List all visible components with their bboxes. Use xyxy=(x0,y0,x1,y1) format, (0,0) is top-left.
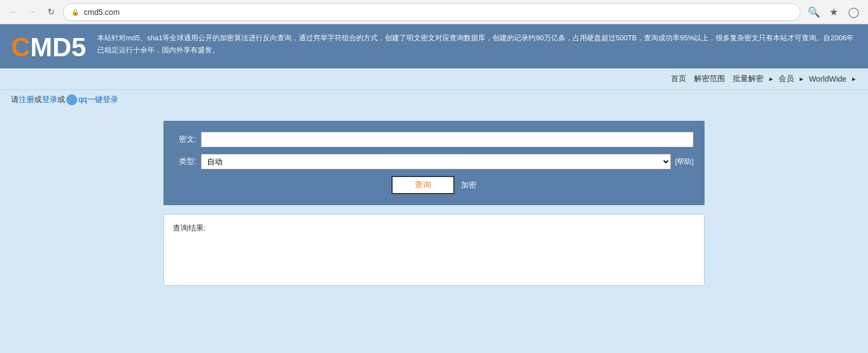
login-middle: 或 xyxy=(34,95,42,104)
type-select[interactable]: 自动 md5 sha1 sha256 sha512 mysql ntlm xyxy=(201,154,671,169)
reload-button[interactable]: ↻ xyxy=(44,6,57,19)
cipher-row: 密文: xyxy=(174,132,694,147)
cipher-label: 密文: xyxy=(174,135,197,145)
site-nav: 首页 解密范围 批量解密 ► 会员 ► WorldWide ► xyxy=(0,68,868,90)
logo-c: C xyxy=(11,34,30,61)
search-icon-btn[interactable]: 🔍 xyxy=(806,4,822,20)
result-panel: 查询结果: xyxy=(163,214,705,286)
forward-button[interactable]: → xyxy=(25,6,39,19)
qq-icon xyxy=(66,94,77,105)
profile-button[interactable]: ◯ xyxy=(846,4,861,20)
worldwide-arrow: ► xyxy=(851,76,857,82)
logo-rest: MD5 xyxy=(30,34,86,61)
type-select-wrap: 自动 md5 sha1 sha256 sha512 mysql ntlm [帮助… xyxy=(201,154,694,169)
member-arrow: ► xyxy=(798,76,805,82)
register-link[interactable]: 注册 xyxy=(19,95,34,104)
login-link[interactable]: 登录 xyxy=(42,95,57,104)
nav-member[interactable]: 会员 xyxy=(775,73,797,85)
nav-worldwide[interactable]: WorldWide xyxy=(806,73,850,84)
login-suffix: 或 xyxy=(57,95,65,104)
result-label: 查询结果: xyxy=(173,223,695,233)
help-link[interactable]: [帮助] xyxy=(675,157,694,167)
query-button[interactable]: 查询 xyxy=(391,176,454,194)
back-button[interactable]: ← xyxy=(7,6,20,19)
site-header: CMD5 本站针对md5、sha1等全球通用公开的加密算法进行反向查询，通过穷举… xyxy=(0,24,868,68)
cipher-input[interactable] xyxy=(201,132,694,147)
batch-decrypt-arrow: ► xyxy=(768,76,774,82)
address-bar: 🔒 xyxy=(63,3,801,21)
browser-actions: 🔍 ★ ◯ xyxy=(806,4,861,20)
login-bar: 请注册或登录或qq一键登录 xyxy=(0,90,868,110)
nav-batch-decrypt[interactable]: 批量解密 xyxy=(729,73,767,85)
main-container: 密文: 类型: 自动 md5 sha1 sha256 sha512 mysql … xyxy=(0,110,868,297)
qq-login-link[interactable]: qq一键登录 xyxy=(78,95,118,104)
type-row: 类型: 自动 md5 sha1 sha256 sha512 mysql ntlm… xyxy=(174,154,694,169)
bookmark-star-button[interactable]: ★ xyxy=(826,4,841,20)
url-input[interactable] xyxy=(84,8,792,17)
nav-decrypt-range[interactable]: 解密范围 xyxy=(691,73,728,85)
type-label: 类型: xyxy=(174,157,197,167)
page-content: CMD5 本站针对md5、sha1等全球通用公开的加密算法进行反向查询，通过穷举… xyxy=(0,24,868,353)
encrypt-button[interactable]: 加密 xyxy=(461,180,477,190)
search-panel: 密文: 类型: 自动 md5 sha1 sha256 sha512 mysql … xyxy=(163,121,705,205)
form-actions: 查询 加密 xyxy=(174,176,694,194)
site-description: 本站针对md5、sha1等全球通用公开的加密算法进行反向查询，通过穷举字符组合的… xyxy=(97,32,857,56)
lock-icon: 🔒 xyxy=(71,8,80,16)
browser-chrome: ← → ↻ 🔒 🔍 ★ ◯ xyxy=(0,0,868,24)
site-logo: CMD5 xyxy=(11,34,86,61)
nav-home[interactable]: 首页 xyxy=(668,73,690,85)
login-prefix: 请 xyxy=(11,95,19,104)
